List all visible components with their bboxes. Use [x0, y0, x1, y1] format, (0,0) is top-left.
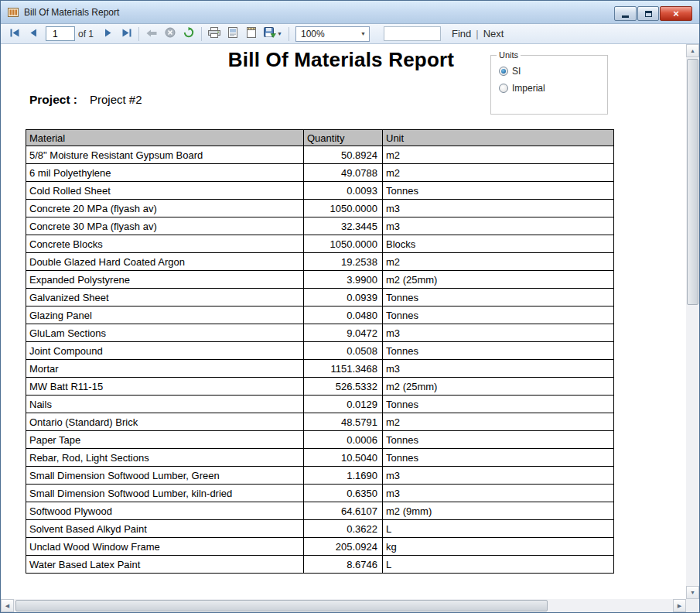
- stop-rendering-button[interactable]: [161, 26, 179, 43]
- zoom-select[interactable]: 100% ▼: [295, 26, 370, 42]
- app-icon: [7, 6, 19, 19]
- toolbar-separator: [138, 27, 139, 41]
- material-cell: Paper Tape: [26, 431, 304, 449]
- table-row: Expanded Polystyrene3.9900m2 (25mm): [26, 271, 614, 289]
- quantity-cell: 1.1690: [304, 467, 383, 485]
- scroll-up-button[interactable]: ▲: [686, 44, 699, 57]
- table-row: Nails0.0129Tonnes: [26, 396, 614, 413]
- material-cell: Concrete 20 MPa (flyash av): [26, 200, 304, 217]
- next-page-button[interactable]: [98, 26, 117, 43]
- unit-cell: L: [383, 556, 614, 574]
- find-button[interactable]: Find: [447, 28, 476, 39]
- quantity-cell: 1050.0000: [304, 235, 383, 253]
- page-setup-button[interactable]: [242, 26, 261, 43]
- close-icon: ×: [673, 8, 679, 19]
- unit-cell: kg: [383, 538, 614, 556]
- quantity-cell: 48.5791: [304, 413, 383, 431]
- scroll-down-button[interactable]: ▼: [686, 586, 699, 599]
- project-label: Project :: [29, 93, 77, 106]
- unit-cell: Tonnes: [383, 342, 614, 360]
- first-page-button[interactable]: [5, 26, 24, 43]
- unit-cell: Tonnes: [383, 449, 614, 467]
- unit-cell: Blocks: [383, 235, 614, 253]
- scroll-left-button[interactable]: ◀: [1, 599, 14, 612]
- vertical-scrollbar[interactable]: ▲ ▼: [686, 44, 699, 599]
- radio-button-icon[interactable]: [499, 67, 508, 76]
- table-row: Ontario (Standard) Brick48.5791m2: [26, 413, 614, 431]
- quantity-cell: 0.0939: [304, 289, 383, 306]
- horizontal-scroll-track[interactable]: [14, 599, 673, 612]
- stop-icon: [165, 27, 176, 40]
- material-cell: Double Glazed Hard Coated Argon: [26, 253, 304, 271]
- page-number-input[interactable]: [46, 26, 75, 41]
- table-row: Small Dimension Softwood Lumber, Green1.…: [26, 467, 614, 485]
- units-groupbox-label: Units: [497, 50, 521, 60]
- window-title: Bill Of Materials Report: [24, 7, 119, 18]
- first-page-icon: [10, 28, 20, 39]
- unit-cell: Tonnes: [383, 396, 614, 413]
- table-row: Small Dimension Softwood Lumber, kiln-dr…: [26, 485, 614, 502]
- header-unit: Unit: [383, 130, 614, 146]
- material-cell: Galvanized Sheet: [26, 289, 304, 306]
- units-options: SIImperial: [499, 66, 545, 94]
- table-row: Mortar1151.3468m3: [26, 360, 614, 378]
- search-text-input[interactable]: [384, 26, 441, 41]
- unit-cell: m3: [383, 485, 614, 502]
- quantity-cell: 0.3622: [304, 520, 383, 538]
- zoom-dropdown-icon: ▼: [357, 27, 369, 41]
- table-row: 6 mil Polyethylene49.0788m2: [26, 164, 614, 182]
- print-layout-button[interactable]: [224, 26, 242, 43]
- horizontal-scrollbar[interactable]: ◀ ▶: [1, 599, 686, 612]
- table-row: Concrete 20 MPa (flyash av)1050.0000m3: [26, 200, 614, 217]
- print-button[interactable]: [205, 26, 224, 43]
- last-page-button[interactable]: [117, 26, 135, 43]
- material-cell: Small Dimension Softwood Lumber, kiln-dr…: [26, 485, 304, 502]
- material-cell: Concrete Blocks: [26, 235, 304, 253]
- material-cell: Expanded Polystyrene: [26, 271, 304, 289]
- find-next-button[interactable]: Next: [479, 28, 509, 39]
- app-window: Bill Of Materials Report × of 1: [0, 0, 700, 613]
- refresh-button[interactable]: [179, 26, 198, 43]
- unit-cell: m3: [383, 324, 614, 342]
- maximize-button[interactable]: [637, 6, 659, 21]
- scrollbar-corner: [686, 599, 699, 612]
- table-row: GluLam Sections9.0472m3: [26, 324, 614, 342]
- scroll-up-icon: ▲: [690, 48, 695, 53]
- page-setup-icon: [247, 27, 256, 40]
- minimize-button[interactable]: [614, 6, 637, 21]
- material-cell: Ontario (Standard) Brick: [26, 413, 304, 431]
- scroll-right-button[interactable]: ▶: [673, 599, 686, 612]
- quantity-cell: 32.3445: [304, 217, 383, 235]
- units-radio-si[interactable]: SI: [499, 66, 545, 77]
- table-row: Softwood Plywood64.6107m2 (9mm): [26, 502, 614, 520]
- vertical-scroll-track[interactable]: [686, 57, 699, 586]
- quantity-cell: 205.0924: [304, 538, 383, 556]
- horizontal-scroll-thumb[interactable]: [15, 600, 548, 611]
- scroll-down-icon: ▼: [690, 590, 695, 595]
- material-cell: Joint Compound: [26, 342, 304, 360]
- header-material: Material: [26, 130, 304, 146]
- title-bar[interactable]: Bill Of Materials Report ×: [1, 1, 699, 24]
- export-button[interactable]: ▼: [261, 26, 285, 43]
- previous-page-button[interactable]: [24, 26, 43, 43]
- vertical-scroll-thumb[interactable]: [687, 59, 698, 305]
- back-to-parent-button[interactable]: [142, 26, 161, 43]
- caption-buttons: ×: [614, 6, 692, 21]
- table-row: Water Based Latex Paint8.6746L: [26, 556, 614, 574]
- quantity-cell: 526.5332: [304, 378, 383, 396]
- units-radio-imperial[interactable]: Imperial: [499, 83, 545, 94]
- radio-button-icon[interactable]: [499, 84, 508, 93]
- last-page-icon: [121, 28, 131, 39]
- table-row: Unclad Wood Window Frame205.0924kg: [26, 538, 614, 556]
- quantity-cell: 64.6107: [304, 502, 383, 520]
- table-row: Rebar, Rod, Light Sections10.5040Tonnes: [26, 449, 614, 467]
- unit-cell: m2 (25mm): [383, 271, 614, 289]
- scroll-right-icon: ▶: [678, 603, 681, 609]
- material-cell: 5/8" Moisture Resistant Gypsum Board: [26, 146, 304, 164]
- unit-cell: L: [383, 520, 614, 538]
- table-row: 5/8" Moisture Resistant Gypsum Board50.8…: [26, 146, 614, 164]
- material-cell: Small Dimension Softwood Lumber, Green: [26, 467, 304, 485]
- refresh-icon: [183, 27, 194, 40]
- close-button[interactable]: ×: [660, 6, 692, 21]
- unit-cell: m2 (25mm): [383, 378, 614, 396]
